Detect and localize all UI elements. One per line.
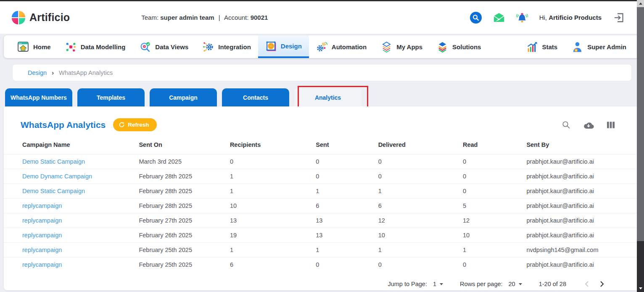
nav-label: Home bbox=[33, 43, 51, 50]
mail-icon[interactable] bbox=[493, 12, 505, 24]
table-row: Demo Static Campaign March 3rd 2025 0 0 … bbox=[4, 154, 640, 169]
triangle-up-icon bbox=[639, 3, 642, 5]
nav-item-super-admin[interactable]: Super Admin bbox=[565, 35, 633, 58]
campaign-name-link[interactable]: replycampaign bbox=[4, 228, 135, 243]
table-row: Demo Static Campaign February 28th 2025 … bbox=[4, 184, 640, 199]
integration-icon bbox=[203, 41, 214, 53]
sent-on-cell: February 25th 2025 bbox=[135, 257, 227, 272]
campaign-name-link[interactable]: Demo Static Campaign bbox=[4, 154, 135, 169]
tab-campaign[interactable]: Campaign bbox=[150, 88, 217, 106]
nav-item-my-apps[interactable]: My Apps bbox=[374, 35, 430, 58]
scrollbar-thumb[interactable] bbox=[637, 7, 644, 241]
recipients-cell: 10 bbox=[227, 199, 312, 213]
nav-label: Solutions bbox=[452, 43, 481, 50]
sent-by-cell: prabhjot.kaur@artificio.ai bbox=[523, 169, 640, 184]
sent-by-cell: prabhjot.kaur@artificio.ai bbox=[523, 154, 640, 169]
sent-on-cell: February 28th 2025 bbox=[135, 169, 227, 184]
pagination: Jump to Page: 1 Rows per page: 20 1-20 o… bbox=[4, 272, 640, 289]
nav-item-solutions[interactable]: Solutions bbox=[430, 35, 488, 58]
page-title: WhatsApp Analytics bbox=[21, 120, 106, 130]
next-page-button[interactable] bbox=[596, 279, 607, 289]
logout-icon[interactable] bbox=[613, 12, 625, 24]
table-row: replycampaign February 27th 2025 13 13 1… bbox=[4, 213, 640, 228]
tab-contacts[interactable]: Contacts bbox=[222, 88, 289, 106]
campaign-name-link[interactable]: Demo Dynamc Campaign bbox=[4, 169, 135, 184]
sent-cell: 13 bbox=[312, 228, 375, 243]
nav-label: Super Admin bbox=[587, 43, 626, 50]
nav-label: Stats bbox=[542, 43, 558, 50]
col-delivered: Delivered bbox=[375, 136, 459, 154]
campaign-name-link[interactable]: replycampaign bbox=[4, 213, 135, 228]
sent-cell: 1 bbox=[312, 243, 375, 257]
campaign-name-link[interactable]: replycampaign bbox=[4, 243, 135, 257]
delivered-cell: 6 bbox=[375, 199, 459, 213]
campaign-name-link[interactable]: replycampaign bbox=[4, 199, 135, 213]
columns-icon[interactable] bbox=[607, 121, 615, 129]
scrollbar-down-button[interactable] bbox=[637, 285, 644, 292]
breadcrumb: Design › WhatsApp Analytics bbox=[12, 64, 632, 81]
app-header: Artificio Team: super admin team | Accou… bbox=[0, 1, 644, 34]
tab-whatsapp-numbers[interactable]: WhatsApp Numbers bbox=[5, 88, 72, 106]
main-navbar: Home Data Modelling Data Views Integrati… bbox=[4, 35, 640, 58]
sent-by-cell: nvdpsingh145@gmail.com bbox=[523, 243, 640, 257]
nav-item-stats[interactable]: Stats bbox=[520, 35, 565, 58]
sent-on-cell: February 26th 2025 bbox=[135, 228, 227, 243]
triangle-down-icon bbox=[639, 287, 642, 289]
nav-item-data-modelling[interactable]: Data Modelling bbox=[58, 35, 133, 58]
recipients-cell: 0 bbox=[227, 154, 312, 169]
refresh-button[interactable]: Refresh bbox=[113, 118, 156, 131]
rows-per-page-select[interactable]: 20 bbox=[509, 281, 522, 287]
sent-cell: 13 bbox=[312, 213, 375, 228]
nav-label: Design bbox=[281, 42, 302, 50]
sent-by-cell: prabhjot.kaur@artificio.ai bbox=[523, 257, 640, 272]
nav-item-home[interactable]: Home bbox=[11, 35, 58, 58]
scrollbar[interactable] bbox=[637, 0, 644, 292]
nav-label: Data Views bbox=[155, 43, 188, 50]
sent-on-cell: February 27th 2025 bbox=[135, 213, 227, 228]
brand-logo[interactable]: Artificio bbox=[12, 11, 70, 24]
col-sent-by: Sent By bbox=[523, 136, 640, 154]
sent-cell: 0 bbox=[312, 169, 375, 184]
rows-per-page-label: Rows per page: bbox=[460, 281, 503, 287]
artificio-logo-icon bbox=[12, 11, 25, 24]
sent-by-cell: prabhjot.kaur@artificio.ai bbox=[523, 213, 640, 228]
nav-item-design[interactable]: Design bbox=[258, 35, 309, 58]
recipients-cell: 1 bbox=[227, 243, 312, 257]
campaign-name-link[interactable]: Demo Static Campaign bbox=[4, 184, 135, 199]
delivered-cell: 12 bbox=[375, 213, 459, 228]
breadcrumb-design-link[interactable]: Design bbox=[28, 69, 47, 76]
read-cell: 0 bbox=[459, 257, 523, 272]
search-icon[interactable] bbox=[470, 12, 482, 24]
analytics-table: Campaign Name Sent On Recipients Sent De… bbox=[4, 136, 640, 272]
team-account-info: Team: super admin team | Account: 90021 bbox=[141, 14, 268, 21]
user-greeting: Hi, Artificio Products bbox=[539, 14, 602, 21]
nav-label: Automation bbox=[332, 43, 367, 50]
read-cell: 0 bbox=[459, 184, 523, 199]
nav-item-data-views[interactable]: Data Views bbox=[132, 35, 195, 58]
analytics-panel: WhatsApp Analytics Refresh Campaign Name bbox=[4, 106, 640, 290]
sent-cell: 0 bbox=[312, 154, 375, 169]
jump-to-page-select[interactable]: 1 bbox=[433, 281, 443, 287]
breadcrumb-current: WhatsApp Analytics bbox=[59, 69, 113, 76]
nav-item-integration[interactable]: Integration bbox=[195, 35, 258, 58]
previous-page-button[interactable] bbox=[581, 279, 592, 289]
tab-templates[interactable]: Templates bbox=[77, 88, 145, 106]
read-cell: 5 bbox=[459, 199, 523, 213]
recipients-cell: 6 bbox=[227, 257, 312, 272]
notifications-bell-icon[interactable] bbox=[516, 12, 528, 24]
delivered-cell: 1 bbox=[375, 184, 459, 199]
recipients-cell: 13 bbox=[227, 213, 312, 228]
nav-item-automation[interactable]: Automation bbox=[309, 35, 374, 58]
chevron-down-icon bbox=[519, 283, 522, 285]
breadcrumb-separator: › bbox=[52, 69, 54, 76]
user-name: Artificio Products bbox=[549, 14, 602, 21]
delivered-cell: 0 bbox=[375, 154, 459, 169]
nav-label: My Apps bbox=[396, 43, 422, 50]
campaign-name-link[interactable]: replycampaign bbox=[4, 257, 135, 272]
download-icon[interactable] bbox=[583, 121, 594, 129]
tab-analytics[interactable]: Analytics bbox=[294, 88, 362, 106]
jump-to-page-value: 1 bbox=[433, 281, 436, 287]
col-campaign-name: Campaign Name bbox=[4, 136, 135, 154]
scrollbar-up-button[interactable] bbox=[637, 0, 644, 7]
table-search-icon[interactable] bbox=[562, 120, 570, 129]
